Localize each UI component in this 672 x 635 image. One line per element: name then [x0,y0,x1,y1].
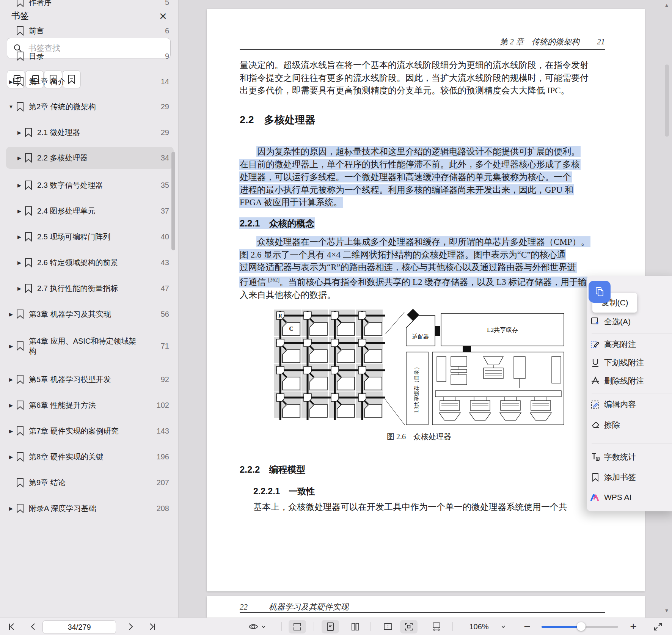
manycore-processor-diagram: R C 适配器 L2共享缓存 L3共享缓存（目录） [271,308,567,428]
menu-divider [592,393,672,393]
scroll-up-arrow[interactable]: ▲ [663,2,670,8]
highlight-annotation-icon [587,340,604,349]
page-header-title: 第 2 章 传统的微架构 [500,36,579,47]
bookmark-icon [16,374,29,384]
previous-page-button[interactable] [26,618,41,635]
single-page-view-button[interactable] [322,620,339,633]
first-page-button[interactable] [5,618,20,635]
bookmark-item[interactable]: ▶第5章 机器学习模型开发92 [6,368,174,390]
bookmark-icon [16,102,29,112]
section-heading-2-2-1: 2.2.1 众核的概念 [240,217,314,229]
bookmark-item[interactable]: ▶2.7 执行性能的衡量指标47 [6,277,174,299]
scroll-down-arrow[interactable]: ▼ [663,608,670,613]
bookmark-item[interactable]: ▶第1章 简介14 [6,71,174,93]
mesh-grid: R C [274,310,385,420]
bookmark-icon [16,0,29,7]
bookmark-item[interactable]: ▶第6章 性能提升方法102 [6,394,174,416]
menu-item-underline-annotation[interactable]: 下划线附注 [587,354,672,371]
bookmark-icon [24,232,37,242]
bookmark-icon [16,400,29,410]
edit-content-icon [587,399,604,409]
zoom-slider-handle[interactable] [577,622,586,631]
last-page-button[interactable] [143,618,159,635]
section-heading-2-2-2: 2.2.2 编程模型 [240,464,305,476]
menu-divider [592,333,672,333]
menu-item-select-all[interactable]: 全选(A) [587,313,672,330]
menu-divider [592,443,672,443]
bookmark-item[interactable]: 第9章 结论207 [6,472,174,494]
bookmark-icon [16,26,29,36]
continuous-scroll-button[interactable] [289,620,306,633]
bookmark-item-selected[interactable]: ▶2.2 多核处理器34 [6,147,174,169]
read-mode-dropdown[interactable] [245,618,270,635]
menu-item-strikethrough-annotation[interactable]: 删除线附注 [587,372,672,390]
menu-item-edit-content[interactable]: 编辑内容 [587,396,672,413]
zoom-level-value[interactable]: 106% [462,618,496,635]
paragraph-multicore: 因为复杂性的原因，超标量技术和这里介绍的逻辑电路设计不能提供可扩展的便利。 在目… [240,145,613,209]
bookmark-item[interactable]: ▶第4章 应用、ASIC和特定领域架构71 [6,329,174,363]
add-bookmark-icon [587,472,604,482]
book-view-button[interactable] [379,618,397,635]
bookmark-item[interactable]: 前言6 [6,20,174,42]
page-header: 第 2 章 传统的微架构 21 [240,36,605,47]
toolbar-separator [314,622,314,631]
page2-header-rule [240,612,605,613]
page2-header-title: 机器学习及其硬件实现 [269,602,349,612]
first-page-icon [8,622,17,631]
scrollbar-thumb[interactable] [665,64,669,137]
eraser-icon [587,420,604,430]
bookmark-item[interactable]: 作者序5 [6,0,174,13]
bookmark-item[interactable]: ▶2.3 数字信号处理器35 [6,174,174,196]
sidebar-scrollbar-thumb[interactable] [171,152,175,250]
next-page-button[interactable] [123,618,138,635]
fit-page-button[interactable] [400,620,418,633]
bookmark-icon [16,478,29,487]
last-page-icon [146,622,155,631]
menu-item-highlight-annotation[interactable]: 高亮附注 [587,336,672,353]
two-page-view-button[interactable] [347,618,364,635]
paragraph-coherence: 基本上，众核微处理器可以在开发工具中作为一个单一的微处理器系统使用一个共 [253,501,633,514]
page-number-input[interactable] [42,620,116,634]
bookmark-item[interactable]: ▶第7章 硬件实现的案例研究143 [6,420,174,442]
menu-item-wps-ai[interactable]: WPS AI [587,489,672,506]
bookmark-item[interactable]: ▶2.6 特定领域架构的前景43 [6,251,174,273]
l2-cache-label: L2共享缓存 [487,327,518,333]
paragraph-intro: 量决定的。超级流水线旨在将一个基本的流水线阶段细分为更细的流水线阶段，在指令发射… [240,59,611,97]
wps-ai-icon [587,492,604,502]
bookmark-icon [24,283,37,293]
bookmark-item[interactable]: ▶2.5 现场可编程门阵列40 [6,226,174,248]
zoom-in-button[interactable]: + [626,618,641,635]
figure-caption: 图 2.6 众核处理器 [271,432,567,442]
citation-superscript: [362] [268,277,279,283]
page-header-rule [240,49,605,50]
bookmark-item[interactable]: ▶第8章 硬件实现的关键196 [6,446,174,468]
bookmark-icon [24,127,37,137]
bookmark-item[interactable]: ▶2.4 图形处理单元37 [6,200,174,222]
fullscreen-button[interactable] [649,618,667,635]
toolbar-separator [452,622,453,631]
copy-icon[interactable] [589,281,611,303]
zoom-dropdown-button[interactable] [498,618,509,635]
core-detail: 适配器 L2共享缓存 L3共享缓存（目录） [406,309,564,425]
eye-icon [248,621,259,632]
section-heading-2-2-2-1: 2.2.2.1 一致性 [253,486,315,497]
menu-item-add-bookmark[interactable]: 添加书签 [587,468,672,486]
figure-2-6: R C 适配器 L2共享缓存 L3共享缓存（目录） [271,308,567,428]
menu-item-word-count[interactable]: 字数统计 [587,448,672,466]
page-header-number: 21 [597,37,605,47]
bookmark-item[interactable]: ▶附录A 深度学习基础208 [6,497,174,515]
bookmark-item[interactable]: ▶第3章 机器学习及其实现56 [6,303,174,325]
bookmark-item[interactable]: ▶2.1 微处理器29 [6,121,174,143]
bookmark-list: 作者序5 前言6 目录9 ▶第1章 简介14 ▼第2章 传统的微架构29 ▶2.… [0,0,178,515]
fit-width-button[interactable] [428,618,445,635]
bookmarks-panel: 书签 ✕ 作者序5 前言6 目录9 ▶第1章 简介14 ▼第2章 传统的微架构2… [0,0,179,618]
zoom-out-button[interactable]: − [520,618,534,635]
bookmark-item[interactable]: ▼第2章 传统的微架构29 [6,96,174,118]
bookmark-item[interactable]: 目录9 [6,45,174,67]
chevron-right-icon [126,622,135,631]
page2-header-number: 22 [240,602,248,612]
underline-annotation-icon [587,358,604,368]
bookmark-icon [16,452,29,462]
menu-item-erase[interactable]: 擦除 [587,416,672,434]
bookmark-icon [24,153,37,163]
